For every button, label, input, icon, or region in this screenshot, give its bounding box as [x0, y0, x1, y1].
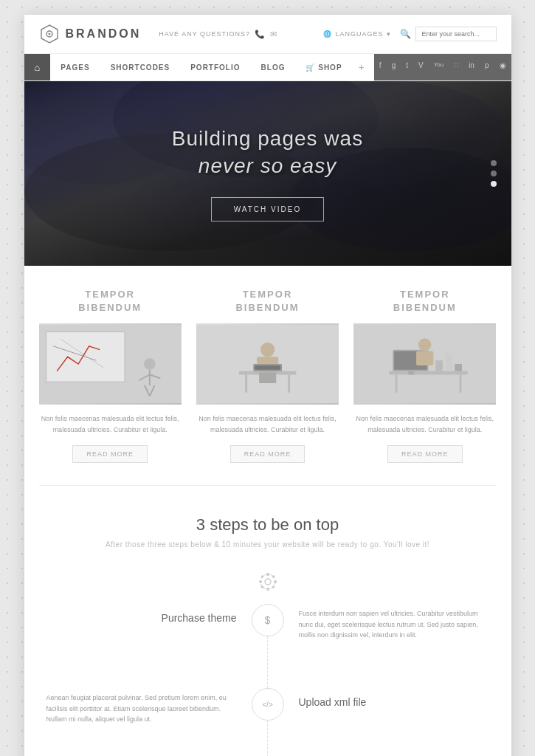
nav-social-bar: f g t V You ∷ in p ◉ [374, 54, 511, 80]
header-contact: HAVE ANY QUESTIONS? 📞 ✉ [159, 30, 277, 39]
nav-home-button[interactable]: ⌂ [24, 54, 51, 80]
steps-subtitle: After those three steps below & 10 minut… [46, 540, 489, 549]
hero-dot-1[interactable] [491, 160, 497, 166]
pinterest-icon[interactable]: p [480, 54, 494, 80]
globe-icon: 🌐 [323, 30, 332, 38]
email-icon: ✉ [270, 30, 277, 39]
step-1-icon: $ [252, 604, 284, 636]
card-3-desc: Non felis maecenas malesuada elit lectus… [353, 413, 496, 435]
svg-rect-42 [266, 588, 269, 591]
nav-portfolio[interactable]: PORTFOLIO [180, 54, 250, 80]
card-2-title: TEMPORBIBENDUM [235, 288, 299, 315]
svg-point-12 [144, 359, 155, 370]
nav-bar: ⌂ PAGES SHORTCODES PORTFOLIO BLOG 🛒 SHOP… [24, 54, 511, 81]
card-3: TEMPORBIBENDUM [353, 288, 496, 463]
svg-rect-33 [409, 371, 415, 375]
instagram-icon[interactable]: ◉ [494, 54, 511, 80]
youtube-icon[interactable]: You [429, 54, 449, 80]
header: BRANDON HAVE ANY QUESTIONS? 📞 ✉ 🌐 LANGUA… [24, 15, 511, 54]
nav-shop[interactable]: 🛒 SHOP [295, 54, 352, 80]
step-2-row: Aenean feugiat placerat pulvinar. Sed pr… [46, 688, 489, 756]
logo-text: BRANDON [66, 27, 142, 41]
step-1-label: Purchase theme [162, 612, 237, 624]
svg-rect-38 [416, 351, 433, 365]
svg-rect-34 [435, 361, 443, 371]
svg-rect-25 [255, 365, 280, 370]
step-2-icon: </> [252, 688, 284, 721]
step-2-line [267, 721, 268, 756]
card-2-image [196, 323, 339, 405]
card-3-image [353, 323, 496, 405]
gear-icon [46, 571, 489, 597]
watch-video-button[interactable]: WATCH VIDEO [211, 197, 324, 221]
step-1-center: $ [252, 604, 284, 688]
hero-section: Building pages was never so easy WATCH V… [24, 81, 511, 266]
nav-add-button[interactable]: + [353, 54, 370, 80]
phone-icon: 📞 [255, 30, 266, 39]
chevron-down-icon: ▾ [387, 30, 391, 38]
nav-pages[interactable]: PAGES [50, 54, 100, 80]
logo: BRANDON [39, 24, 142, 44]
svg-rect-41 [266, 573, 269, 576]
svg-point-22 [260, 343, 275, 357]
vimeo-icon[interactable]: V [413, 54, 429, 80]
step-1-left: Purchase theme [46, 604, 252, 632]
svg-rect-46 [272, 575, 275, 579]
steps-section: 3 steps to be on top After those three s… [24, 486, 511, 756]
twitter-icon[interactable]: t [401, 54, 413, 80]
logo-icon [39, 24, 60, 44]
header-lang[interactable]: 🌐 LANGUAGES ▾ [323, 30, 390, 38]
card-2: TEMPORBIBENDUM [196, 288, 339, 463]
cards-section: TEMPORBIBENDUM [24, 266, 511, 485]
card-1-sketch [39, 323, 182, 405]
card-3-title: TEMPORBIBENDUM [393, 288, 457, 315]
card-1-title: TEMPORBIBENDUM [78, 288, 142, 315]
step-1-row: Purchase theme $ Fusce interdum non sapi… [46, 604, 489, 688]
step-2-center: </> [252, 688, 284, 756]
facebook-icon[interactable]: f [374, 54, 387, 80]
linkedin-icon[interactable]: in [463, 54, 480, 80]
step-1-line [267, 636, 268, 688]
svg-rect-35 [446, 354, 452, 371]
page-wrapper: BRANDON HAVE ANY QUESTIONS? 📞 ✉ 🌐 LANGUA… [24, 15, 511, 756]
card-1-image [39, 323, 182, 405]
hero-dot-3[interactable] [491, 181, 497, 187]
step-2-right: Upload xml file [284, 688, 489, 716]
card-1: TEMPORBIBENDUM [39, 288, 182, 463]
card-3-sketch [353, 323, 496, 405]
search-input[interactable] [415, 27, 497, 41]
step-2-desc: Aenean feugiat placerat pulvinar. Sed pr… [46, 693, 237, 724]
google-icon[interactable]: g [387, 54, 401, 80]
svg-rect-36 [455, 364, 462, 371]
card-2-readmore[interactable]: READ MORE [230, 445, 306, 463]
nav-blog[interactable]: BLOG [251, 54, 296, 80]
header-search: 🔍 [400, 27, 497, 41]
svg-rect-45 [260, 575, 264, 579]
svg-rect-26 [259, 373, 276, 383]
svg-rect-43 [259, 581, 262, 583]
svg-point-39 [265, 579, 271, 585]
svg-rect-44 [274, 581, 277, 583]
hero-headline: Building pages was never so easy [172, 126, 363, 179]
card-1-desc: Non felis maecenas malesuada elit lectus… [39, 413, 182, 435]
step-1-right: Fusce interdum non sapien vel ultricies.… [284, 604, 489, 647]
flickr-icon[interactable]: ∷ [449, 54, 463, 80]
step-1-desc: Fusce interdum non sapien vel ultricies.… [299, 608, 489, 640]
card-2-sketch [196, 323, 339, 405]
step-2-label: Upload xml file [299, 696, 367, 708]
svg-point-2 [48, 33, 50, 35]
cards-grid: TEMPORBIBENDUM [39, 288, 497, 463]
svg-rect-28 [389, 371, 467, 375]
card-1-readmore[interactable]: READ MORE [72, 445, 148, 463]
hero-dot-2[interactable] [491, 171, 497, 176]
card-2-desc: Non felis maecenas malesuada elit lectus… [196, 413, 339, 435]
svg-point-37 [418, 339, 431, 351]
card-3-readmore[interactable]: READ MORE [387, 445, 463, 463]
hero-dots [491, 160, 497, 187]
nav-shortcodes[interactable]: SHORTCODES [100, 54, 181, 80]
search-icon[interactable]: 🔍 [400, 29, 411, 39]
steps-title: 3 steps to be on top [46, 515, 489, 535]
step-2-left: Aenean feugiat placerat pulvinar. Sed pr… [46, 688, 252, 732]
